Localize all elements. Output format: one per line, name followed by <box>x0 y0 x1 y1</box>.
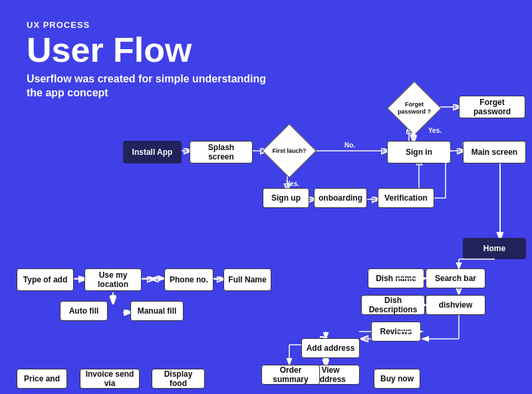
search-bar-box: Search bar <box>426 268 485 288</box>
type-of-add-box: Type of add <box>17 268 74 291</box>
auto-fill-box: Auto fill <box>60 301 108 321</box>
dish-descriptions-box: Dish Descriptions <box>361 295 425 315</box>
yes-label-1: Yes. <box>286 180 299 187</box>
full-name-box: Full Name <box>223 268 271 291</box>
main-to-home-arrow <box>493 163 507 242</box>
sign-in-box: Sign in <box>387 141 451 163</box>
add-address-box: Add address <box>301 338 360 358</box>
main-screen-box: Main screen <box>463 141 526 163</box>
display-food-box: Display food <box>152 369 205 389</box>
buy-now-box: Buy now <box>374 369 420 389</box>
forget-password-screen-box: Forget password <box>459 96 525 118</box>
splash-screen-box: Splash screen <box>190 141 253 163</box>
invoice-send-via-box: Invoice send via <box>80 369 140 389</box>
verification-box: Verification <box>378 188 434 208</box>
forget-password-diamond: Forget password ? <box>391 85 438 132</box>
no-label-1: No. <box>344 142 355 149</box>
first-launch-diamond: First lauch? <box>266 128 313 174</box>
manual-fill-box: Manual fill <box>130 301 184 321</box>
install-app-box: Install App <box>123 141 182 163</box>
reviews-box: Reviews <box>371 322 421 342</box>
flow-diagram: No. Yes. Yes. No. Install App Splash scr… <box>0 0 532 394</box>
home-box: Home <box>463 238 526 259</box>
sign-up-box: Sign up <box>263 188 309 208</box>
dishview-box: dishview <box>426 295 485 315</box>
order-summary-box: Order summary <box>261 365 320 385</box>
price-and-box: Price and <box>17 369 67 389</box>
phone-no-box: Phone no. <box>164 268 213 291</box>
onboarding-box: onboarding <box>314 188 367 208</box>
dish-name-box: Dish name <box>368 268 424 288</box>
use-my-location-box: Use my location <box>84 268 142 291</box>
